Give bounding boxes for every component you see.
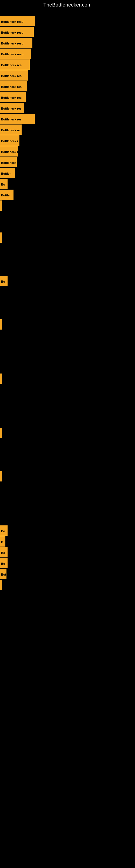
bar-item: Bo (0, 525, 8, 536)
bar-item: Bo (0, 558, 8, 568)
bar-label: Bo (0, 179, 8, 189)
bar-label: Bottleneck r (0, 135, 19, 146)
bar-label: Bottlen (0, 168, 15, 178)
bar-label: Bottleneck re (0, 124, 21, 135)
bar-item (0, 428, 2, 438)
bar-label: Bottleneck res (0, 70, 28, 81)
bar-item (0, 319, 2, 330)
bar-item: Bottleneck res (0, 103, 24, 113)
bar-label: Bottleneck res (0, 81, 27, 91)
bar-tick (0, 200, 2, 211)
bar-item: Bottleneck resu (0, 16, 35, 26)
bar-label: Bottleneck r (0, 146, 18, 156)
bar-label: Bottleneck r (0, 157, 17, 167)
bar-item: Bottleneck r (0, 146, 18, 156)
bar-tick (0, 428, 2, 438)
bar-item (0, 200, 2, 211)
bar-label: Bottleneck res (0, 92, 26, 102)
bar-tick (0, 580, 2, 590)
bar-tick (0, 319, 2, 330)
bar-label: Bottleneck res (0, 59, 30, 70)
bar-item: Bot (0, 569, 6, 579)
bar-label: Bottleneck resu (0, 16, 35, 26)
bar-tick (0, 232, 2, 243)
bar-label: Bottleneck res (0, 114, 35, 124)
bar-item: Bo (0, 179, 8, 189)
bar-label: Bottle (0, 190, 13, 200)
bar-item: Bottleneck r (0, 135, 19, 146)
bar-item: Bottleneck r (0, 157, 17, 167)
bar-item: Bottleneck res (0, 81, 27, 91)
bar-item: Bottleneck res (0, 114, 35, 124)
bar-item: Bottleneck res (0, 70, 28, 81)
bar-item (0, 373, 2, 384)
bar-label: Bo (0, 525, 8, 536)
bar-label: Bottleneck resu (0, 38, 32, 48)
bar-label: Bot (0, 569, 6, 579)
bar-label: Bottleneck resu (0, 49, 31, 59)
bar-item: Bottleneck resu (0, 27, 34, 37)
page-title: TheBottlenecker.com (0, 0, 135, 10)
bar-item: Bo (0, 276, 8, 286)
bar-item: Bottleneck resu (0, 49, 31, 59)
bar-item (0, 580, 2, 590)
bar-label: Bottleneck resu (0, 27, 34, 37)
bar-label: Bo (0, 547, 8, 557)
bar-label: B (0, 536, 5, 547)
bar-item: Bottleneck re (0, 124, 21, 135)
bar-item: Bottleneck resu (0, 38, 32, 48)
bar-item: Bo (0, 547, 8, 557)
bar-label: Bo (0, 276, 8, 286)
bar-label: Bo (0, 558, 8, 568)
bar-item: Bottleneck res (0, 59, 30, 70)
bar-item: Bottlen (0, 168, 15, 178)
bar-tick (0, 471, 2, 482)
bar-label: Bottleneck res (0, 103, 24, 113)
bar-item (0, 232, 2, 243)
bar-item (0, 471, 2, 482)
bar-item: B (0, 536, 5, 547)
bar-item: Bottle (0, 190, 13, 200)
bar-tick (0, 373, 2, 384)
bar-item: Bottleneck res (0, 92, 26, 102)
